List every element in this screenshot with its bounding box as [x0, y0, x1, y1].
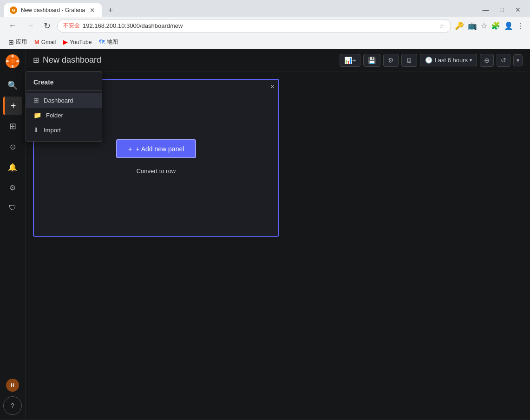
- zoom-out-button[interactable]: ⊖: [480, 54, 494, 67]
- dashboard-grid-icon: ⊞: [33, 56, 39, 65]
- bookmark-youtube[interactable]: ▶ YouTube: [60, 38, 94, 46]
- cycle-view-button[interactable]: 🖥: [401, 54, 417, 67]
- settings-gear-icon: ⚙: [388, 57, 394, 64]
- sidebar-item-alerting[interactable]: 🔔: [3, 158, 22, 176]
- chart-add-icon: 📊+: [344, 57, 356, 64]
- sidebar-item-dashboards[interactable]: ⊞: [3, 117, 22, 136]
- sidebar: 🔍 + ⊞ ⊙ 🔔 ⚙ 🛡 H ?: [0, 49, 26, 420]
- window-close-button[interactable]: ✕: [510, 4, 526, 15]
- add-new-panel-label: + Add new panel: [136, 145, 184, 153]
- bookmark-gmail[interactable]: M Gmail: [32, 38, 59, 46]
- save-icon: 💾: [368, 57, 376, 64]
- create-import-label: Import: [44, 127, 61, 134]
- gear-icon: ⚙: [9, 183, 16, 192]
- clock-icon: 🕐: [425, 57, 432, 64]
- cast-icon[interactable]: 📺: [468, 21, 477, 30]
- create-menu-title: Create: [26, 76, 102, 89]
- sidebar-item-search[interactable]: 🔍: [3, 76, 22, 95]
- lock-icon: 不安全: [63, 22, 80, 30]
- tab-title: New dashboard - Grafana: [21, 7, 85, 13]
- profile-security-icon[interactable]: 🔑: [455, 21, 464, 30]
- help-icon: ?: [11, 402, 14, 409]
- bookmark-maps[interactable]: 🗺 地图: [96, 37, 121, 47]
- sidebar-item-help[interactable]: ?: [3, 396, 22, 415]
- grafana-logo[interactable]: [4, 53, 21, 70]
- dashboards-icon: ⊞: [9, 121, 16, 131]
- sidebar-item-explore[interactable]: ⊙: [3, 137, 22, 156]
- sidebar-item-create[interactable]: +: [3, 97, 22, 115]
- forward-button[interactable]: →: [23, 19, 37, 32]
- extension-icon[interactable]: 🧩: [491, 21, 500, 30]
- chevron-down-icon: ▾: [470, 58, 472, 63]
- dashboard-menu-icon: ⊞: [33, 97, 39, 104]
- tab-close-button[interactable]: ✕: [89, 6, 96, 14]
- panel-close-button[interactable]: ×: [270, 83, 275, 91]
- refresh-options-button[interactable]: ▾: [513, 54, 523, 66]
- dashboard-title: ⊞ New dashboard: [33, 55, 101, 65]
- import-menu-icon: ⬇: [33, 126, 39, 134]
- svg-rect-5: [6, 60, 9, 62]
- add-new-panel-button[interactable]: + + Add new panel: [116, 139, 196, 158]
- apps-grid-icon: ⊞: [8, 39, 14, 46]
- avatar: H: [6, 379, 19, 392]
- add-panel-header-button[interactable]: 📊+: [340, 54, 360, 67]
- star-icon: ☆: [439, 22, 445, 30]
- refresh-button[interactable]: ↻: [41, 19, 53, 33]
- tab-favicon: G: [10, 6, 17, 14]
- explore-icon: ⊙: [10, 142, 16, 151]
- plus-icon: +: [11, 101, 16, 111]
- svg-rect-4: [12, 65, 13, 68]
- back-button[interactable]: ←: [6, 19, 20, 32]
- bookmark-apps-label: 应用: [16, 38, 27, 46]
- dashboard-settings-button[interactable]: ⚙: [383, 54, 399, 67]
- bookmark-gmail-label: Gmail: [41, 39, 56, 45]
- address-text: 192.168.200.10:3000/dashboard/new: [83, 22, 436, 29]
- youtube-icon: ▶: [63, 39, 68, 45]
- new-tab-button[interactable]: +: [104, 4, 117, 17]
- address-bar[interactable]: 不安全 192.168.200.10:3000/dashboard/new ☆: [57, 19, 451, 33]
- bell-icon: 🔔: [8, 163, 17, 172]
- time-range-label: Last 6 hours: [434, 57, 468, 64]
- svg-point-2: [10, 59, 15, 64]
- svg-rect-6: [16, 60, 19, 62]
- sidebar-item-user[interactable]: H: [3, 376, 22, 394]
- bookmark-youtube-label: YouTube: [70, 39, 92, 45]
- create-dashboard-label: Dashboard: [44, 97, 73, 104]
- save-dashboard-button[interactable]: 💾: [363, 54, 380, 67]
- bookmark-apps[interactable]: ⊞ 应用: [6, 37, 30, 47]
- maps-icon: 🗺: [99, 39, 105, 45]
- bookmark-star-icon[interactable]: ☆: [481, 21, 487, 30]
- sidebar-item-admin[interactable]: 🛡: [3, 199, 22, 217]
- svg-rect-3: [12, 55, 13, 58]
- create-menu-item-dashboard[interactable]: ⊞ Dashboard: [26, 93, 102, 108]
- sidebar-item-configuration[interactable]: ⚙: [3, 178, 22, 197]
- folder-menu-icon: 📁: [33, 111, 41, 119]
- time-range-button[interactable]: 🕐 Last 6 hours ▾: [420, 54, 477, 66]
- monitor-icon: 🖥: [406, 57, 412, 64]
- create-folder-label: Folder: [46, 112, 63, 119]
- create-menu-item-folder[interactable]: 📁 Folder: [26, 108, 102, 123]
- account-icon[interactable]: 👤: [504, 21, 513, 30]
- shield-icon: 🛡: [9, 204, 16, 212]
- create-menu: Create ⊞ Dashboard 📁 Folder ⬇ Import: [26, 71, 102, 142]
- create-menu-item-import[interactable]: ⬇ Import: [26, 123, 102, 137]
- window-maximize-button[interactable]: □: [495, 4, 510, 15]
- active-tab[interactable]: G New dashboard - Grafana ✕: [4, 3, 102, 17]
- bookmark-maps-label: 地图: [107, 38, 118, 46]
- plus-panel-icon: +: [128, 145, 132, 153]
- refresh-button[interactable]: ↺: [497, 54, 510, 67]
- page-title: New dashboard: [43, 55, 101, 65]
- search-icon: 🔍: [7, 80, 18, 90]
- window-minimize-button[interactable]: —: [477, 4, 495, 15]
- dashboard-header: ⊞ New dashboard 📊+ 💾 ⚙ 🖥 🕐 Last 6: [26, 49, 530, 71]
- convert-to-row-button[interactable]: Convert to row: [133, 166, 180, 176]
- create-menu-divider: [26, 90, 102, 91]
- menu-icon[interactable]: ⋮: [517, 21, 524, 30]
- gmail-icon: M: [34, 39, 39, 45]
